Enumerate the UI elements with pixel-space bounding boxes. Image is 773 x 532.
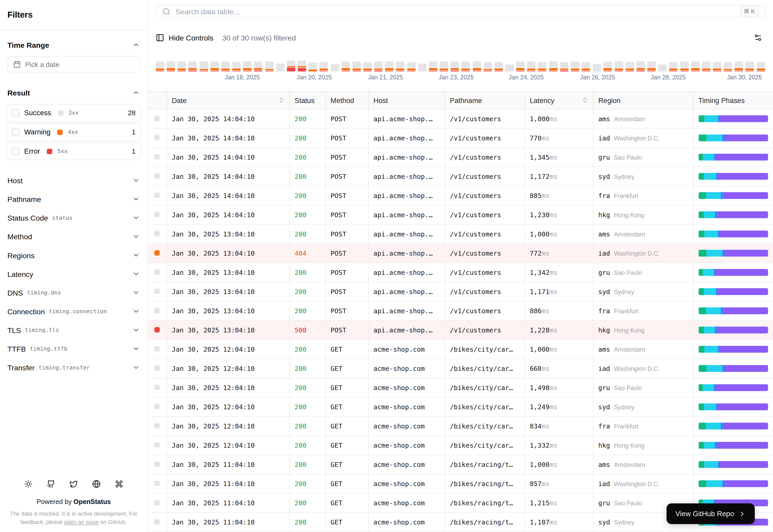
axis-date-label: Jan 18, 2025 — [225, 74, 260, 81]
checkbox[interactable] — [12, 128, 19, 135]
table-row[interactable]: Jan 30, 2025 13:04:10200POSTapi.acme-sho… — [148, 224, 773, 244]
table-row[interactable]: Jan 30, 2025 14:04:10200POSTapi.acme-sho… — [148, 147, 773, 167]
table-row[interactable]: Jan 30, 2025 13:04:10404POSTapi.acme-sho… — [148, 244, 773, 263]
cell-date: Jan 30, 2025 14:04:10 — [167, 109, 290, 128]
latency-value: 1,000 — [529, 115, 549, 122]
table-row[interactable]: Jan 30, 2025 12:04:10200GETacme-shop.com… — [148, 378, 773, 397]
timing-segment-connection — [704, 211, 715, 218]
table-row[interactable]: Jan 30, 2025 13:04:10200POSTapi.acme-sho… — [148, 282, 773, 301]
cell-select[interactable] — [148, 378, 166, 397]
sidebar-section-host[interactable]: Host — [0, 171, 147, 190]
table-row[interactable]: Jan 30, 2025 11:04:10200GETacme-shop.com… — [148, 455, 773, 474]
success-segment — [451, 62, 459, 67]
cell-select[interactable] — [148, 147, 166, 167]
cell-select[interactable] — [148, 340, 166, 359]
cell-select[interactable] — [148, 167, 166, 186]
date-picker-button[interactable]: Pick a date — [7, 56, 140, 72]
time-range-section-header[interactable]: Time Range — [7, 38, 140, 51]
cell-status: 200 — [289, 147, 326, 167]
table-row[interactable]: Jan 30, 2025 14:04:10200POSTapi.acme-sho… — [148, 167, 773, 186]
axis-date-label: Jan 24, 2025 — [509, 74, 544, 81]
cell-select[interactable] — [148, 109, 166, 128]
error-segment — [560, 70, 568, 71]
result-option-error[interactable]: Error5xx1 — [6, 142, 141, 160]
sidebar-section-regions[interactable]: Regions — [0, 246, 147, 264]
histogram-bar — [396, 62, 404, 71]
chevron-down-icon — [132, 326, 140, 334]
cell-status: 200 — [289, 378, 326, 397]
table-row[interactable]: Jan 30, 2025 14:04:10200POSTapi.acme-sho… — [148, 205, 773, 224]
sidebar-section-latency[interactable]: Latency — [0, 264, 147, 283]
result-option-success[interactable]: Success2xx28 — [6, 104, 141, 121]
error-segment — [156, 71, 164, 71]
cell-pathname: /v1/customers — [445, 282, 524, 301]
cell-select[interactable] — [148, 436, 166, 455]
table-row[interactable]: Jan 30, 2025 12:04:10200GETacme-shop.com… — [148, 436, 773, 455]
cell-select[interactable] — [148, 417, 166, 436]
cell-select[interactable] — [148, 263, 166, 282]
cell-select[interactable] — [148, 244, 166, 263]
cell-select[interactable] — [148, 282, 166, 301]
cell-select[interactable] — [148, 455, 166, 474]
globe-icon[interactable] — [92, 480, 100, 488]
hide-controls-button[interactable]: Hide Controls — [156, 33, 214, 42]
table-row[interactable]: Jan 30, 2025 12:04:10200GETacme-shop.com… — [148, 340, 773, 359]
sidebar-section-pathname[interactable]: Pathname — [0, 190, 147, 208]
table-row[interactable]: Jan 30, 2025 12:04:10200GETacme-shop.com… — [148, 417, 773, 436]
table-row[interactable]: Jan 30, 2025 14:04:10200POSTapi.acme-sho… — [148, 109, 773, 128]
table-row[interactable]: Jan 30, 2025 12:04:10200GETacme-shop.com… — [148, 359, 773, 378]
cell-date: Jan 30, 2025 14:04:10 — [167, 128, 290, 147]
search-input[interactable] — [175, 7, 735, 16]
latency-value: 1,000 — [529, 230, 549, 237]
table-row[interactable]: Jan 30, 2025 14:04:10200POSTapi.acme-sho… — [148, 186, 773, 205]
view-github-repo-button[interactable]: View GitHub Repo — [667, 503, 755, 524]
command-icon[interactable] — [115, 480, 123, 488]
table-row[interactable]: Jan 30, 2025 13:04:10500POSTapi.acme-sho… — [148, 320, 773, 340]
header-date[interactable]: Date — [167, 91, 290, 109]
sidebar-section-dns[interactable]: DNStiming.dns — [0, 283, 147, 302]
result-option-warning[interactable]: Warning4xx1 — [6, 123, 141, 141]
cell-select[interactable] — [148, 301, 166, 320]
header-latency[interactable]: Latency — [524, 91, 593, 109]
sidebar-section-method[interactable]: Method — [0, 227, 147, 246]
cell-select[interactable] — [148, 513, 166, 532]
table-row[interactable]: Jan 30, 2025 12:04:10200GETacme-shop.com… — [148, 397, 773, 417]
open-issue-link[interactable]: open an issue — [64, 519, 99, 525]
timing-phases-bar — [699, 250, 768, 257]
github-icon[interactable] — [47, 480, 55, 488]
timing-segment-connection — [707, 134, 722, 141]
cell-select[interactable] — [148, 205, 166, 224]
checkbox[interactable] — [12, 147, 19, 155]
twitter-icon[interactable] — [70, 480, 78, 488]
cell-select[interactable] — [148, 474, 166, 493]
section-label: Pathname — [7, 195, 41, 203]
warning-segment — [636, 68, 645, 70]
cell-select[interactable] — [148, 186, 166, 205]
checkbox[interactable] — [12, 109, 19, 116]
sidebar-section-transfer[interactable]: Transfertiming.transfer — [0, 358, 147, 377]
histogram-bar — [604, 62, 612, 71]
result-section-header[interactable]: Result — [7, 86, 140, 99]
sidebar-section-connection[interactable]: Connectiontiming.connection — [0, 302, 147, 320]
cell-select[interactable] — [148, 128, 166, 147]
table-row[interactable]: Jan 30, 2025 11:04:10200GETacme-shop.com… — [148, 474, 773, 493]
sidebar-section-ttfb[interactable]: TTFBtiming.ttfb — [0, 339, 147, 358]
cell-select[interactable] — [148, 359, 166, 378]
cell-status: 200 — [289, 359, 326, 378]
openstatus-link[interactable]: OpenStatus — [73, 498, 111, 505]
sidebar-section-tls[interactable]: TLStiming.tls — [0, 321, 147, 339]
cell-select[interactable] — [148, 493, 166, 513]
cell-select[interactable] — [148, 397, 166, 417]
sidebar-section-status-code[interactable]: Status Codestatus — [0, 208, 147, 227]
histogram-bar — [462, 62, 470, 71]
status-code-range: 5xx — [57, 148, 67, 155]
timing-segment-connection — [704, 442, 715, 449]
sun-icon[interactable] — [24, 480, 32, 488]
table-row[interactable]: Jan 30, 2025 13:04:10200POSTapi.acme-sho… — [148, 301, 773, 320]
cell-select[interactable] — [148, 320, 166, 340]
view-options-button[interactable] — [750, 30, 765, 45]
cell-select[interactable] — [148, 224, 166, 244]
table-row[interactable]: Jan 30, 2025 14:04:10200POSTapi.acme-sho… — [148, 128, 773, 147]
region-code: iad — [598, 249, 610, 257]
table-row[interactable]: Jan 30, 2025 13:04:10200POSTapi.acme-sho… — [148, 263, 773, 282]
